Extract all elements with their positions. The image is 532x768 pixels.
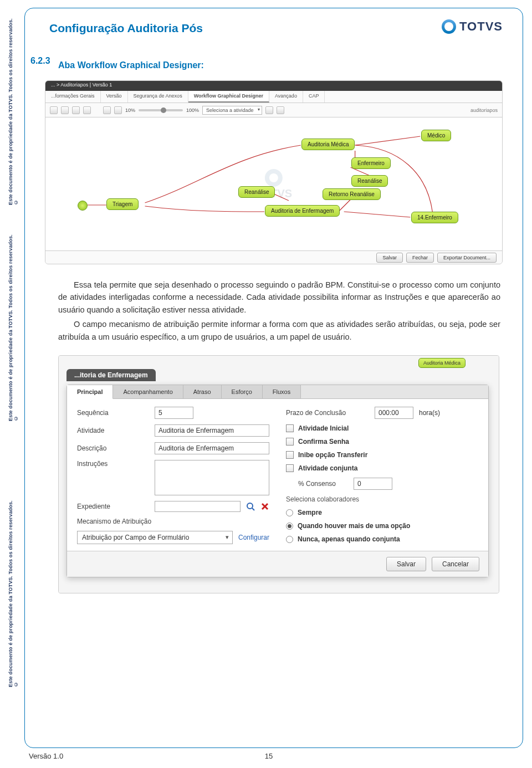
right-column: Prazo de Conclusão 000:00 hora(s) Ativid…	[286, 407, 478, 544]
prazo-input[interactable]: 000:00	[375, 407, 413, 419]
checkbox-inibe-transferir[interactable]	[286, 451, 294, 459]
radio-sempre[interactable]	[286, 509, 293, 516]
zoom-slider[interactable]	[139, 109, 183, 111]
radio-label: Sempre	[298, 509, 322, 516]
section-title: Aba Workflow Graphical Designer:	[58, 60, 523, 70]
bpm-canvas[interactable]: TOTVS Triagem Reanálise Au	[45, 117, 502, 250]
tab-atraso[interactable]: Atraso	[183, 385, 222, 398]
instrucoes-textarea[interactable]	[155, 460, 269, 495]
configurar-link[interactable]: Configurar	[238, 534, 269, 541]
radio-nunca[interactable]	[286, 536, 293, 543]
paragraph: Essa tela permite que seja desenhado o p…	[58, 279, 500, 316]
radio-label: Nunca, apenas quando conjunta	[298, 535, 400, 543]
descricao-label: Descrição	[77, 444, 149, 452]
tab-cap[interactable]: CAP	[303, 91, 325, 103]
ownership-watermark: Este documento é de propriedade da TOTVS…	[8, 17, 16, 205]
totvs-logo: TOTVS	[442, 19, 503, 34]
tool-icon[interactable]	[72, 106, 80, 114]
svg-line-1	[252, 508, 254, 510]
save-button[interactable]: Salvar	[386, 557, 426, 571]
tab-acompanhamento[interactable]: Acompanhamento	[113, 385, 183, 398]
ownership-watermark: Este documento é de propriedade da TOTVS…	[8, 233, 16, 421]
footer-version: Versão 1.0	[29, 752, 63, 760]
consenso-input[interactable]: 0	[354, 478, 392, 490]
zoom-min-label: 10%	[125, 107, 135, 113]
svg-point-0	[247, 503, 253, 509]
body-text: Essa tela permite que seja desenhado o p…	[58, 279, 500, 343]
node-triagem[interactable]: Triagem	[106, 198, 139, 210]
tab-seguranca-anexos[interactable]: Segurança de Anexos	[128, 91, 188, 103]
prazo-unit: hora(s)	[419, 409, 440, 417]
chk-label: Confirma Senha	[298, 438, 349, 446]
save-button[interactable]: Salvar	[376, 253, 403, 263]
tab-workflow-designer[interactable]: Workflow Graphical Designer	[188, 91, 269, 103]
chk-label: Inibe opção Transferir	[298, 451, 367, 459]
tool-icon[interactable]	[83, 106, 91, 114]
dialog-tabs: Principal Acompanhamento Atraso Esforço …	[67, 385, 488, 399]
export-button[interactable]: Exportar Document...	[437, 253, 497, 263]
seleciona-colaboradores-label: Seleciona colaboradores	[286, 495, 478, 503]
zoom-max-label: 100%	[186, 107, 199, 113]
tool-icon[interactable]	[103, 106, 111, 114]
screenshot-activity-dialog: Auditoria Médica ...itoria de Enfermagem…	[58, 355, 499, 593]
node-reanalise-2[interactable]: Reanálise	[351, 175, 388, 187]
tab-esforco[interactable]: Esforço	[222, 385, 263, 398]
start-node[interactable]	[78, 201, 88, 211]
mecanismo-label: Mecanismo de Atribuição	[77, 518, 269, 525]
node-reanalise[interactable]: Reanálise	[238, 186, 275, 198]
tab-principal[interactable]: Principal	[67, 385, 113, 399]
instrucoes-label: Instruções	[77, 460, 149, 468]
mecanismo-dropdown[interactable]: Atribuição por Campo de Formulário	[77, 531, 233, 544]
breadcrumb-bar: ... > Auditoriapos | Versão 1	[45, 81, 502, 91]
dialog-title: ...itoria de Enfermagem	[66, 369, 156, 381]
tab-info-gerais[interactable]: ...formações Gerais	[45, 91, 101, 103]
paragraph: O campo mecanismo de atribuição permite …	[58, 318, 500, 343]
expediente-label: Expediente	[77, 503, 149, 510]
node-retorno-reanalise[interactable]: Retorno Reanálise	[323, 188, 381, 200]
close-button[interactable]: Fechar	[406, 253, 434, 263]
dropdown-open-icon[interactable]	[265, 106, 273, 114]
page-frame: Configuração Auditoria Pós TOTVS 6.2.3 A…	[24, 8, 523, 748]
sequencia-input[interactable]: 5	[155, 407, 193, 419]
descricao-input[interactable]: Auditoria de Enfermagem	[155, 442, 269, 454]
layout-icon[interactable]	[277, 106, 284, 114]
user-label: auditoriapos	[470, 107, 498, 113]
checkbox-atividade-inicial[interactable]	[286, 424, 294, 432]
tab-versao[interactable]: Versão	[101, 91, 128, 103]
consenso-label: % Consenso	[298, 480, 348, 488]
left-column: Sequência 5 Atividade Auditoria de Enfer…	[77, 407, 269, 544]
checkbox-atividade-conjunta[interactable]	[286, 464, 294, 472]
tab-fluxos[interactable]: Fluxos	[263, 385, 301, 398]
page-title: Configuração Auditoria Pós	[49, 22, 203, 35]
atividade-label: Atividade	[77, 427, 149, 434]
radio-label: Quando houver mais de uma opção	[298, 522, 410, 530]
tool-icon[interactable]	[114, 106, 122, 114]
radio-quando-houver[interactable]	[286, 523, 293, 530]
chk-label: Atividade Inicial	[298, 424, 349, 432]
ownership-watermark: Este documento é de propriedade da TOTVS…	[8, 499, 16, 687]
prazo-label: Prazo de Conclusão	[286, 409, 369, 417]
section-number: 6.2.3	[30, 56, 50, 66]
page-footer: Versão 1.0 15	[24, 752, 523, 760]
search-icon[interactable]	[246, 502, 255, 511]
totvs-icon	[442, 19, 456, 34]
tab-avancado[interactable]: Avançado	[269, 91, 303, 103]
checkbox-confirma-senha[interactable]	[286, 438, 294, 446]
node-14-enfermeiro[interactable]: 14.Enfermeiro	[411, 212, 458, 223]
tool-icon[interactable]	[61, 106, 69, 114]
clear-icon[interactable]	[260, 502, 269, 511]
atividade-input[interactable]: Auditoria de Enfermagem	[155, 424, 269, 437]
tool-icon[interactable]	[50, 106, 58, 114]
sequencia-label: Sequência	[77, 409, 149, 417]
bg-node-auditoria-medica: Auditoria Médica	[418, 358, 466, 368]
cancel-button[interactable]: Cancelar	[432, 557, 479, 571]
node-auditoria-medica[interactable]: Auditoria Médica	[301, 139, 355, 150]
footer-page-number: 15	[265, 752, 273, 760]
node-medico[interactable]: Médico	[421, 130, 451, 141]
expediente-input[interactable]	[155, 501, 241, 512]
node-enfermeiro[interactable]: Enfermeiro	[351, 157, 391, 169]
designer-toolbar: 10% 100% Seleciona a atividade auditoria…	[45, 103, 502, 117]
select-activity-dropdown[interactable]: Seleciona a atividade	[202, 106, 262, 115]
activity-dialog: Principal Acompanhamento Atraso Esforço …	[66, 385, 489, 577]
node-auditoria-enfermagem[interactable]: Auditoria de Enfermagem	[265, 205, 340, 217]
